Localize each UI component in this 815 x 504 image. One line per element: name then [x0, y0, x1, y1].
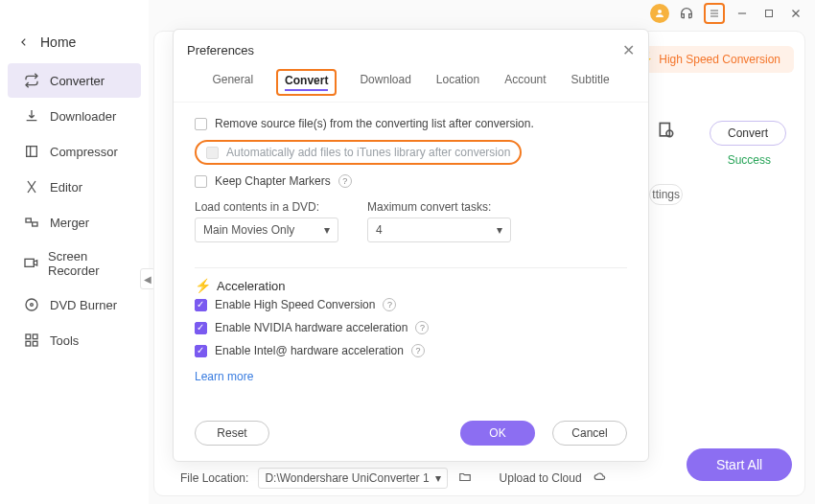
hamburger-menu-icon[interactable]	[704, 3, 725, 24]
sidebar-item-converter[interactable]: Converter	[8, 63, 141, 98]
support-headset-icon[interactable]	[677, 4, 696, 23]
converter-icon	[23, 72, 40, 89]
sidebar-item-label: Editor	[50, 180, 82, 195]
cloud-icon[interactable]	[592, 470, 609, 487]
bolt-icon: ⚡	[195, 278, 211, 293]
tab-location[interactable]: Location	[434, 69, 481, 96]
checkbox-icon[interactable]	[195, 322, 207, 334]
sidebar-item-merger[interactable]: Merger	[8, 205, 141, 240]
svg-rect-19	[33, 341, 37, 346]
highlight-oval: Automatically add files to iTunes librar…	[195, 140, 522, 165]
sidebar-item-label: Compressor	[50, 145, 118, 159]
window-titlebar	[650, 0, 815, 27]
auto-itunes-label: Automatically add files to iTunes librar…	[226, 146, 510, 159]
max-tasks-select[interactable]: 4 ▾	[367, 218, 511, 242]
checkbox-icon[interactable]	[195, 299, 207, 311]
user-avatar-icon[interactable]	[650, 4, 669, 23]
remove-source-label: Remove source file(s) from the convertin…	[215, 117, 534, 130]
help-icon[interactable]: ?	[338, 174, 352, 188]
checkbox-icon[interactable]	[195, 118, 207, 130]
acceleration-label: Acceleration	[217, 279, 286, 293]
file-location-value: D:\Wondershare UniConverter 1	[265, 471, 429, 485]
compressor-icon	[23, 143, 40, 160]
max-tasks-label: Maximum convert tasks:	[367, 200, 511, 214]
home-nav[interactable]: Home	[0, 29, 149, 63]
sidebar-item-dvd-burner[interactable]: DVD Burner	[8, 287, 141, 322]
svg-rect-18	[26, 341, 31, 346]
high-speed-label: High Speed Conversion	[659, 53, 780, 66]
enable-nvidia-option[interactable]: Enable NVIDIA hardware acceleration ?	[195, 316, 627, 339]
sidebar-item-editor[interactable]: Editor	[8, 170, 141, 204]
checkbox-icon[interactable]	[206, 147, 219, 159]
tab-subtitle[interactable]: Subtitle	[570, 69, 612, 96]
load-contents-col: Load contents in a DVD: Main Movies Only…	[195, 200, 338, 242]
remove-source-option[interactable]: Remove source file(s) from the convertin…	[195, 112, 627, 135]
chevron-down-icon: ▾	[324, 223, 330, 237]
svg-point-15	[31, 304, 34, 307]
dvd-burner-icon	[23, 296, 40, 313]
start-all-button[interactable]: Start All	[687, 448, 792, 481]
preferences-dialog: Preferences ✕ General Convert Download L…	[173, 29, 649, 462]
tab-download[interactable]: Download	[358, 69, 412, 96]
checkbox-icon[interactable]	[195, 345, 207, 357]
chevron-left-icon	[19, 37, 29, 47]
keep-chapters-option[interactable]: Keep Chapter Markers ?	[195, 170, 627, 193]
reset-button[interactable]: Reset	[195, 421, 269, 446]
file-meta-icons: ttings	[649, 121, 683, 205]
close-window-icon[interactable]	[786, 4, 805, 23]
dialog-close-icon[interactable]: ✕	[622, 41, 635, 59]
tab-account[interactable]: Account	[502, 69, 547, 96]
acceleration-heading: ⚡ Acceleration	[195, 267, 627, 293]
sidebar-item-downloader[interactable]: Downloader	[8, 99, 141, 133]
svg-rect-8	[27, 147, 37, 157]
editor-icon	[23, 178, 40, 195]
dialog-title: Preferences	[187, 43, 254, 57]
home-label: Home	[40, 34, 76, 50]
cancel-button[interactable]: Cancel	[552, 421, 627, 446]
screen-recorder-icon	[23, 255, 38, 272]
sidebar-item-label: Screen Recorder	[48, 249, 129, 278]
sidebar-item-tools[interactable]: Tools	[8, 323, 141, 357]
file-location-select[interactable]: D:\Wondershare UniConverter 1 ▾	[258, 468, 447, 489]
help-icon[interactable]: ?	[383, 298, 396, 311]
convert-button[interactable]: Convert	[710, 121, 786, 146]
dialog-body: Remove source file(s) from the convertin…	[174, 103, 648, 407]
load-contents-label: Load contents in a DVD:	[195, 200, 338, 214]
upload-cloud-label: Upload to Cloud	[500, 471, 582, 485]
tab-convert[interactable]: Convert	[276, 69, 337, 96]
svg-point-0	[658, 10, 662, 13]
dialog-footer: Reset OK Cancel	[174, 407, 648, 461]
svg-rect-17	[33, 334, 37, 339]
enable-hsc-option[interactable]: Enable High Speed Conversion ?	[195, 293, 627, 316]
file-settings-icon[interactable]	[657, 121, 676, 140]
help-icon[interactable]: ?	[411, 344, 425, 357]
learn-more-link[interactable]: Learn more	[195, 370, 253, 383]
folder-icon[interactable]	[457, 470, 473, 487]
load-contents-value: Main Movies Only	[203, 223, 294, 237]
svg-rect-10	[26, 218, 31, 222]
enable-intel-option[interactable]: Enable Intel@ hardware acceleration ?	[195, 339, 627, 362]
max-tasks-value: 4	[376, 223, 383, 237]
checkbox-icon[interactable]	[195, 175, 207, 188]
keep-chapters-label: Keep Chapter Markers	[215, 174, 331, 188]
max-tasks-col: Maximum convert tasks: 4 ▾	[367, 200, 511, 242]
help-icon[interactable]: ?	[415, 321, 429, 334]
settings-chip[interactable]: ttings	[649, 184, 683, 205]
sidebar: Home Converter Downloader Compressor Edi…	[0, 0, 149, 504]
file-location-label: File Location:	[180, 471, 248, 485]
tab-general[interactable]: General	[210, 69, 255, 96]
chevron-down-icon: ▾	[435, 471, 441, 485]
success-status: Success	[728, 153, 771, 167]
nav-list: Converter Downloader Compressor Editor M…	[0, 63, 149, 357]
tools-icon	[23, 332, 40, 349]
ok-button[interactable]: OK	[460, 421, 535, 446]
sidebar-item-compressor[interactable]: Compressor	[8, 134, 141, 169]
minimize-icon[interactable]	[733, 4, 752, 23]
load-contents-select[interactable]: Main Movies Only ▾	[195, 218, 338, 242]
maximize-icon[interactable]	[759, 4, 779, 23]
auto-itunes-option[interactable]: Automatically add files to iTunes librar…	[195, 135, 627, 170]
svg-rect-12	[25, 259, 34, 266]
sidebar-item-screen-recorder[interactable]: Screen Recorder	[8, 241, 141, 286]
sidebar-item-label: Merger	[50, 216, 89, 230]
svg-rect-11	[33, 222, 37, 226]
